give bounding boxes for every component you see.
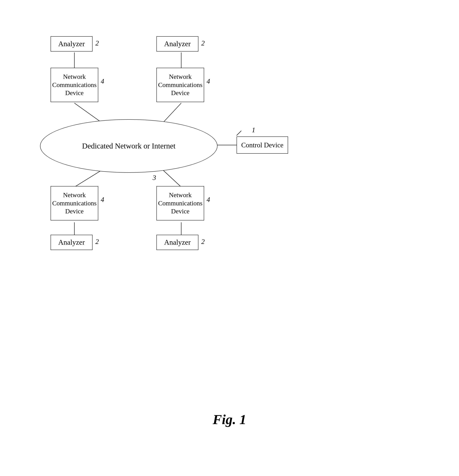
- analyzer-tr: Analyzer: [156, 36, 198, 51]
- ref-ncd-br: 4: [207, 196, 210, 204]
- ncd-bl-label: NetworkCommunicationsDevice: [52, 191, 97, 215]
- ncd-tl: NetworkCommunicationsDevice: [50, 68, 98, 102]
- ref-analyzer-tl: 2: [95, 39, 99, 47]
- control-device: Control Device: [237, 136, 288, 154]
- analyzer-tl: Analyzer: [50, 36, 92, 51]
- ncd-br: NetworkCommunicationsDevice: [156, 186, 204, 221]
- svg-line-9: [237, 131, 241, 136]
- network-ellipse: Dedicated Network or Internet: [40, 119, 217, 173]
- ref-network: 3: [153, 174, 156, 182]
- ref-ncd-tr: 4: [207, 77, 210, 85]
- ref-control: 1: [252, 126, 255, 134]
- ref-analyzer-br: 2: [201, 238, 205, 246]
- ref-analyzer-bl: 2: [95, 238, 99, 246]
- ncd-bl: NetworkCommunicationsDevice: [50, 186, 98, 221]
- figure-caption: Fig. 1: [213, 412, 246, 427]
- ncd-tr-label: NetworkCommunicationsDevice: [158, 73, 202, 97]
- ref-ncd-bl: 4: [101, 196, 104, 204]
- ref-ncd-tl: 4: [101, 77, 104, 85]
- ref-analyzer-tr: 2: [201, 39, 205, 47]
- ncd-tr: NetworkCommunicationsDevice: [156, 68, 204, 102]
- analyzer-bl: Analyzer: [50, 235, 92, 250]
- ncd-tl-label: NetworkCommunicationsDevice: [52, 73, 97, 97]
- ncd-br-label: NetworkCommunicationsDevice: [158, 191, 202, 215]
- diagram-container: Analyzer 2 Analyzer 2 NetworkCommunicati…: [23, 23, 436, 443]
- analyzer-br: Analyzer: [156, 235, 198, 250]
